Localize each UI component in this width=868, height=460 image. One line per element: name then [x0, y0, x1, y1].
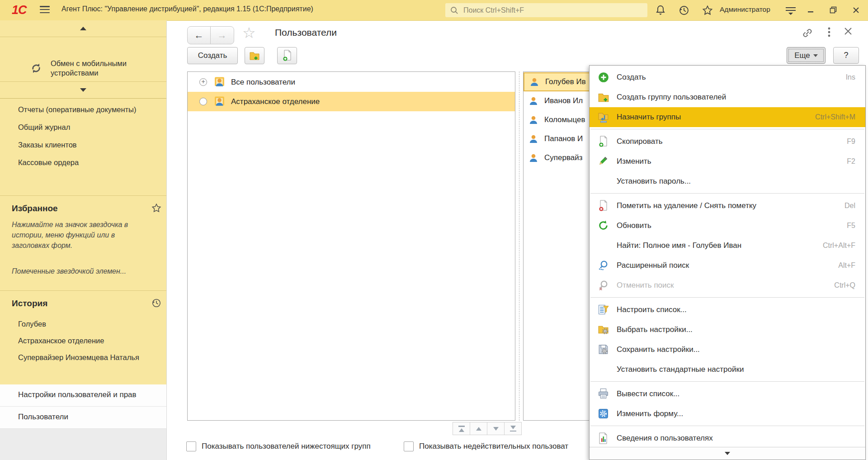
menu-item[interactable]: Изменить форму... [590, 404, 865, 424]
page-favorite-star-icon[interactable]: ☆ [242, 25, 256, 40]
search-input[interactable] [462, 6, 636, 15]
back-button[interactable]: ← [188, 27, 210, 44]
history-clock-icon[interactable] [151, 298, 162, 308]
menu-item[interactable] [590, 424, 865, 428]
menu-item-icon [598, 240, 609, 251]
restore-button[interactable] [826, 4, 840, 16]
menu-item[interactable]: Создать группу пользователей [590, 87, 865, 107]
get-link-icon[interactable] [801, 27, 814, 39]
menu-item[interactable]: Скопировать F9 [590, 132, 865, 152]
menu-item[interactable]: Пометить на удаление / Снять пометку Del [590, 196, 865, 216]
sidebar-nav-item[interactable]: Заказы клиентов [0, 136, 166, 154]
refresh-icon [598, 220, 609, 232]
window-tab[interactable]: Пользователи [0, 407, 166, 429]
menu-item[interactable] [590, 127, 865, 132]
move-down-button[interactable] [487, 422, 505, 435]
pencil-icon [598, 156, 609, 167]
menu-item[interactable]: Назначить группы Ctrl+Shift+M [590, 107, 865, 127]
history-item[interactable]: Астраханское отделение [0, 332, 166, 349]
menu-item[interactable] [590, 379, 865, 384]
create-user-button[interactable] [277, 47, 297, 64]
chart-page-icon [598, 432, 609, 444]
folder-arrow-icon [598, 111, 609, 123]
menu-item[interactable] [590, 295, 865, 300]
search-cancel-icon [598, 280, 609, 291]
sync-icon [30, 62, 42, 75]
menu-item[interactable]: Сведения о пользователях [590, 428, 865, 448]
sidebar-scroll-down[interactable] [0, 82, 166, 98]
chevron-down-icon [813, 54, 818, 57]
notifications-bell-icon[interactable] [655, 5, 666, 16]
sidebar: Обмен с мобильными устройствами Отчеты (… [0, 20, 167, 460]
menu-item[interactable]: Настроить список... [590, 300, 865, 320]
close-form-icon[interactable] [844, 27, 853, 36]
user-icon [529, 76, 540, 87]
create-button[interactable]: Создать [187, 47, 238, 64]
user-icon [528, 133, 539, 144]
user-icon [528, 114, 539, 125]
global-search[interactable] [445, 3, 647, 17]
move-up-button[interactable] [470, 422, 487, 435]
menu-item[interactable]: Расширенный поиск Alt+F [590, 256, 865, 275]
main-hamburger-icon[interactable] [40, 6, 50, 14]
menu-item[interactable]: Вывести список... [590, 384, 865, 404]
history-list: ГолубевАстраханское отделениеСупервайзер… [0, 316, 166, 366]
history-item[interactable]: Голубев [0, 316, 166, 332]
scroll-down-icon [80, 88, 86, 92]
show-subgroup-users-checkbox[interactable] [186, 441, 196, 451]
move-to-bottom-button[interactable] [504, 422, 522, 435]
sidebar-nav-item[interactable]: Общий журнал [0, 119, 166, 136]
menu-item[interactable]: Обновить F5 [590, 216, 865, 236]
more-button[interactable]: Еще [787, 47, 826, 64]
tree-expander-icon[interactable] [199, 98, 207, 105]
menu-item[interactable]: Изменить F2 [590, 152, 865, 171]
menu-scroll-down[interactable] [590, 447, 865, 460]
user-group-icon [213, 76, 226, 88]
sidebar-item-mobile-exchange[interactable]: Обмен с мобильными устройствами [0, 57, 166, 81]
window-tab[interactable]: Настройки пользователей и прав [0, 384, 166, 407]
sidebar-nav-item[interactable]: Отчеты (оперативные документы) [0, 101, 166, 119]
favorites-star-outline-icon[interactable] [151, 203, 162, 213]
forward-button[interactable]: → [210, 27, 233, 44]
group-tree-row[interactable]: Астраханское отделение [188, 92, 515, 111]
help-button[interactable]: ? [833, 47, 859, 64]
favorites-star-icon[interactable] [702, 5, 713, 16]
kebab-menu-icon[interactable] [827, 26, 831, 39]
folder-gear-icon [598, 324, 609, 336]
minimize-button[interactable] [804, 4, 817, 16]
user-icon [528, 95, 539, 106]
favorites-hint-2: Помеченные звездочкой элемен... [12, 266, 152, 276]
menu-item[interactable] [590, 191, 865, 196]
menu-item[interactable]: Установить пароль... [590, 171, 865, 191]
menu-item[interactable]: Отменить поиск Ctrl+Q [590, 275, 865, 295]
group-tree-row[interactable]: Все пользователи [188, 72, 515, 92]
move-to-top-button[interactable] [453, 422, 470, 435]
menu-item[interactable]: Найти: Полное имя - Голубев Иван Ctrl+Al… [590, 236, 865, 256]
sidebar-nav-item[interactable]: Кассовые ордера [0, 154, 166, 171]
more-actions-menu: Создать Ins Создать группу пользователей… [589, 65, 866, 460]
scroll-down-icon [725, 452, 730, 455]
page-x-icon [598, 200, 609, 212]
history-item[interactable]: Супервайзер Иноземцева Наталья [0, 349, 166, 366]
menu-item[interactable]: Сохранить настройки... [590, 340, 865, 360]
plus-circle-icon [598, 71, 609, 83]
show-subgroup-users-option: Показывать пользователей нижестоящих гру… [186, 441, 371, 451]
history-nav-buttons: ← → [187, 26, 234, 44]
show-invalid-users-checkbox[interactable] [404, 441, 414, 451]
sort-buttons [453, 422, 522, 435]
current-user-label: Администратор [720, 5, 770, 14]
panel-splitter[interactable] [519, 71, 519, 421]
tree-expander-icon[interactable] [199, 78, 207, 86]
menu-item[interactable]: Выбрать настройки... [590, 320, 865, 340]
open-windows-tabs: Настройки пользователей и прав Пользоват… [0, 384, 166, 429]
list-funnel-icon [598, 304, 609, 316]
menu-item[interactable]: Создать Ins [590, 67, 865, 87]
menu-item[interactable]: Установить стандартные настройки [590, 360, 865, 379]
close-window-button[interactable] [849, 4, 863, 16]
user-menu-icon[interactable] [784, 5, 797, 16]
create-group-button[interactable] [245, 47, 264, 64]
menu-item-icon [598, 364, 609, 375]
history-icon[interactable] [678, 5, 690, 16]
user-icon [528, 152, 539, 163]
sidebar-scroll-up[interactable] [0, 20, 166, 37]
